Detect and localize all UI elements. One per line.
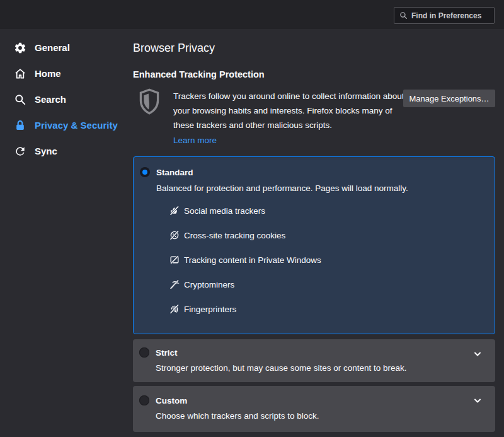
list-item: Fingerprinters: [169, 302, 495, 316]
firefox-preferences-page: General Home Search Privacy & Security S…: [0, 0, 504, 437]
cross-site-tracking-cookies-icon: [169, 230, 180, 240]
cryptominers-icon: [169, 279, 180, 289]
sidebar-item-general[interactable]: General: [0, 35, 133, 61]
chevron-down-icon[interactable]: [474, 348, 481, 359]
etp-description-block: Trackers follow you around online to col…: [173, 89, 408, 148]
blocked-items-list: Social media trackers Cross-site trackin…: [169, 204, 495, 316]
list-item: Cross-site tracking cookies: [169, 228, 495, 242]
option-description: Stronger protection, but may cause some …: [156, 363, 495, 373]
preferences-sidebar: General Home Search Privacy & Security S…: [0, 35, 133, 164]
option-description: Choose which trackers and scripts to blo…: [156, 411, 495, 421]
option-card-custom[interactable]: Custom Choose which trackers and scripts…: [133, 386, 495, 432]
blocked-item-label: Social media trackers: [184, 206, 265, 216]
sidebar-item-search[interactable]: Search: [0, 86, 133, 112]
sidebar-item-label: Privacy & Security: [35, 120, 118, 131]
list-item: Cryptominers: [169, 277, 495, 291]
sidebar-item-label: Search: [35, 94, 66, 105]
section-title-enhanced-tracking-protection: Enhanced Tracking Protection: [133, 69, 265, 79]
radio-standard[interactable]: [140, 167, 150, 177]
sidebar-item-privacy-security[interactable]: Privacy & Security: [0, 112, 133, 138]
blocked-item-label: Fingerprinters: [184, 305, 236, 314]
option-title: Custom: [156, 396, 187, 405]
option-header-standard: Standard: [140, 167, 495, 177]
option-title: Standard: [156, 168, 193, 177]
lock-icon: [14, 119, 26, 132]
list-item: Tracking content in Private Windows: [169, 253, 495, 267]
blocked-item-label: Tracking content in Private Windows: [184, 255, 321, 265]
option-card-strict[interactable]: Strict Stronger protection, but may caus…: [133, 339, 495, 382]
blocked-item-label: Cryptominers: [184, 280, 234, 289]
home-icon: [14, 67, 26, 80]
option-card-standard[interactable]: Standard Balanced for protection and per…: [133, 156, 495, 334]
sync-icon: [14, 145, 26, 158]
chevron-down-icon[interactable]: [474, 395, 481, 406]
sidebar-item-home[interactable]: Home: [0, 61, 133, 86]
page-title: Browser Privacy: [133, 42, 215, 55]
option-description: Balanced for protection and performance.…: [156, 184, 495, 193]
social-media-trackers-icon: [169, 206, 180, 216]
gear-icon: [14, 42, 26, 54]
option-header-strict: Strict: [139, 347, 495, 358]
learn-more-link[interactable]: Learn more: [173, 133, 217, 148]
list-item: Social media trackers: [169, 204, 495, 218]
fingerprinters-icon: [169, 304, 180, 314]
option-header-custom: Custom: [139, 395, 495, 405]
sidebar-item-label: Sync: [35, 146, 57, 156]
radio-custom[interactable]: [139, 395, 149, 405]
tracking-content-icon: [169, 255, 180, 265]
option-title: Strict: [156, 348, 178, 358]
manage-exceptions-button[interactable]: Manage Exceptions…: [403, 90, 495, 107]
blocked-item-label: Cross-site tracking cookies: [184, 231, 285, 240]
privacy-content: Browser Privacy Enhanced Tracking Protec…: [133, 0, 504, 437]
sidebar-item-label: Home: [35, 68, 61, 79]
sidebar-item-label: General: [35, 42, 70, 53]
etp-description: Trackers follow you around online to col…: [173, 89, 408, 132]
radio-strict[interactable]: [139, 347, 149, 358]
shield-icon: [135, 86, 163, 120]
search-icon: [14, 93, 26, 106]
sidebar-item-sync[interactable]: Sync: [0, 138, 133, 164]
